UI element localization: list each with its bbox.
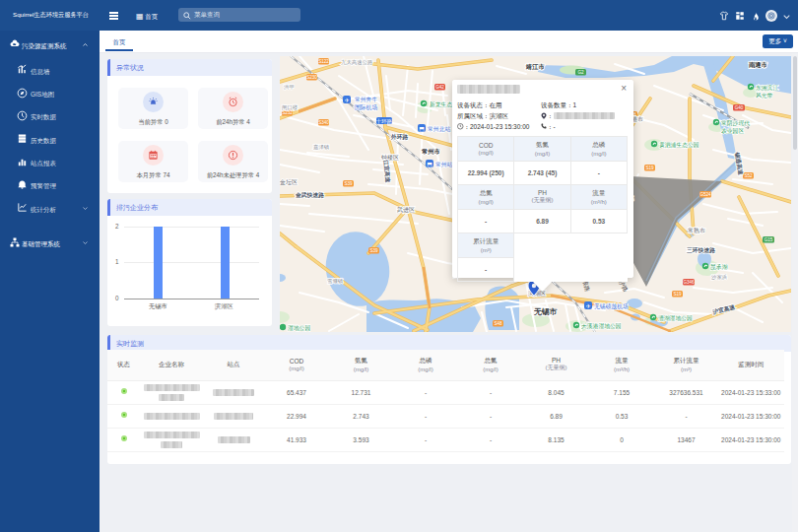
svg-text:漕湖湿地公园: 漕湖湿地公园	[658, 314, 693, 322]
svg-text:常州北站: 常州北站	[428, 126, 450, 133]
svg-text:外环路: 外环路	[390, 133, 409, 141]
svg-text:G40: G40	[735, 105, 744, 110]
svg-text:金坛区: 金坛区	[280, 178, 298, 185]
svg-text:S19: S19	[673, 292, 682, 297]
svg-text:湿地公园: 湿地公园	[288, 324, 310, 332]
svg-text:G2: G2	[577, 70, 584, 75]
svg-text:洪甲: 洪甲	[284, 84, 295, 90]
svg-text:S52: S52	[744, 173, 753, 178]
svg-text:常州站: 常州站	[435, 162, 453, 168]
svg-text:金武快速路: 金武快速路	[295, 191, 324, 199]
svg-text:三环快速路: 三环快速路	[687, 246, 715, 254]
svg-text:常阴沙现代: 常阴沙现代	[721, 120, 750, 127]
svg-text:国际机场: 国际机场	[355, 103, 377, 111]
svg-text:G524: G524	[699, 192, 711, 197]
svg-text:S39: S39	[369, 248, 378, 253]
svg-text:雪堰镇: 雪堰镇	[327, 278, 344, 284]
svg-text:⬒: ⬒	[419, 126, 425, 132]
svg-text:S39: S39	[344, 181, 353, 186]
svg-text:常州市: 常州市	[422, 148, 441, 155]
svg-text:昆承湖: 昆承湖	[710, 263, 728, 271]
svg-text:农业园区: 农业园区	[721, 127, 744, 135]
svg-text:S230: S230	[306, 75, 317, 80]
svg-text:✈: ✈	[344, 98, 349, 103]
svg-text:✈: ✈	[585, 303, 590, 309]
svg-text:东洲滨江: 东洲滨江	[756, 85, 778, 92]
svg-text:黄泗浦生态公园: 黄泗浦生态公园	[659, 142, 699, 149]
svg-text:大溪港湿地公园: 大溪港湿地公园	[581, 322, 622, 330]
svg-text:G346: G346	[683, 280, 695, 285]
svg-text:无锡硕放机场: 无锡硕放机场	[594, 302, 629, 310]
svg-text:沙家浜: 沙家浜	[711, 274, 728, 281]
svg-text:S232: S232	[282, 110, 293, 115]
svg-text:九天高速公路: 九天高速公路	[341, 59, 373, 65]
svg-text:无锡市: 无锡市	[533, 307, 558, 316]
svg-text:G42: G42	[435, 85, 444, 90]
svg-text:武进区: 武进区	[397, 206, 415, 214]
svg-text:S19: S19	[645, 166, 654, 170]
svg-text:S122: S122	[318, 59, 329, 64]
svg-text:常熟市: 常熟市	[688, 227, 705, 233]
svg-text:⬒: ⬒	[427, 162, 432, 167]
svg-text:十环路: 十环路	[376, 118, 393, 124]
svg-text:靖江市: 靖江市	[525, 63, 546, 71]
svg-text:闸口楼: 闸口楼	[282, 104, 299, 111]
svg-text:S340: S340	[318, 120, 329, 125]
svg-text:嘉泽镇: 嘉泽镇	[313, 144, 330, 151]
svg-text:南通市: 南通市	[748, 61, 768, 69]
svg-text:G15: G15	[765, 237, 773, 242]
svg-text:常州奔牛: 常州奔牛	[355, 97, 377, 102]
svg-text:风光带: 风光带	[756, 93, 773, 100]
svg-text:S48: S48	[494, 321, 502, 326]
